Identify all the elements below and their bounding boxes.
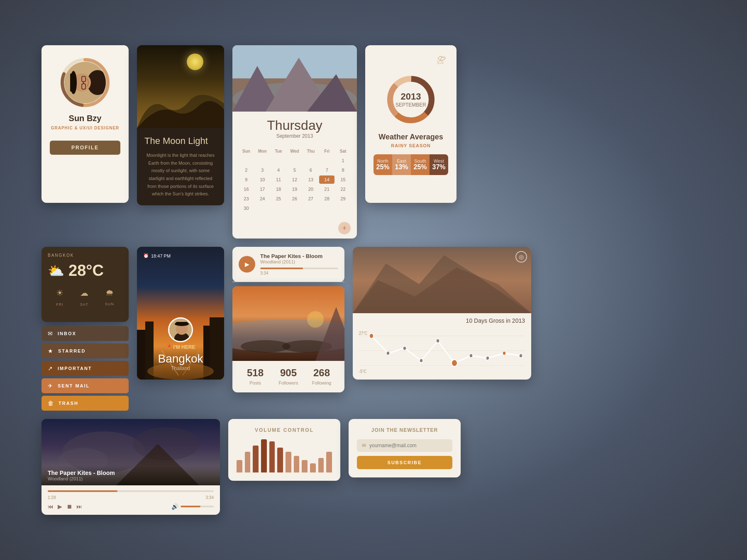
following-count: 268 [305,367,338,379]
email-input[interactable] [369,443,447,448]
important-item[interactable]: ↗ IMPORTANT [42,361,129,376]
current-time: 1:28 [48,495,56,500]
vol-bar-1[interactable] [237,460,242,472]
calendar-image [232,45,357,112]
svg-point-58 [503,351,506,355]
donut-year: 2013 [395,91,426,102]
music-player-mini: ▶ The Paper Kites - Bloom Woodland (2011… [232,247,344,282]
volume-row: 🔊 [171,503,214,510]
cal-header-tue: Tue [271,147,286,155]
stat-south: South 25% [411,154,430,175]
weather-days: ☀ FRI ☁ SAT 🌧 SUN [48,288,122,307]
svg-point-40 [307,311,324,328]
posts-count: 518 [239,367,272,379]
important-icon: ↗ [48,365,53,372]
svg-text:27°C: 27°C [359,331,367,336]
starred-item[interactable]: ★ STARRED [42,343,129,358]
location-avatar [168,317,193,342]
vol-bar-11[interactable] [318,458,324,472]
volume-icon: 🔊 [171,503,178,510]
weather-rain-icon: ⛅ [48,263,64,279]
vol-bar-12[interactable] [326,452,332,472]
trash-item[interactable]: 🗑 TRASH [42,396,129,411]
play-pause-button[interactable]: ▶ [58,503,62,510]
following-stat: 268 Following [305,367,338,386]
cal-header-sun: Sun [239,147,254,155]
inbox-item[interactable]: ✉ INBOX [42,326,129,341]
followers-stat: 905 Followers [272,367,305,386]
svg-rect-7 [70,73,75,92]
moonlight-title: The Moon Light [144,136,217,146]
add-event-button[interactable]: + [338,222,351,234]
cal-header-mon: Mon [255,147,270,155]
calendar-card: Thursday September 2013 Sun Mon Tue Wed … [232,45,357,239]
profile-card: Sun Bzy GRAPHIC & UX/UI DESIGNER PROFILE [42,45,129,203]
play-button[interactable]: ▶ [239,256,255,273]
donut-label: 2013 SEPTEMBER [395,91,426,108]
weather-stats-card: ⛈ 2013 SEPTEMBER [365,45,456,203]
rewind-button[interactable]: ⏮ [48,503,54,510]
stat-north: North 25% [374,154,392,175]
video-control-buttons: ⏮ ▶ ⏹ ⏭ 🔊 [48,503,214,510]
player-time: 3:34 [260,271,338,275]
im-here-label: 📍 I'M HERE [166,344,195,350]
vol-bar-6[interactable] [277,448,283,472]
calendar-grid: Sun Mon Tue Wed Thu Fri Sat 1 2345678 91… [232,145,357,220]
volume-bar[interactable] [181,506,214,507]
volume-title: VOLUME CONTROL [237,427,332,433]
video-progress-bar[interactable] [48,490,214,492]
svg-rect-35 [176,322,188,325]
video-player: The Paper Kites - Bloom Woodland (2011) … [42,419,220,515]
followers-count: 905 [272,367,305,379]
cal-header-wed: Wed [287,147,303,155]
rainy-season-label: RAINY SEASON [391,143,431,148]
avatar [64,62,106,103]
cal-header-sat: Sat [335,147,351,155]
playback-controls: ⏮ ▶ ⏹ ⏭ [48,503,82,510]
video-track-name: The Paper Kites - Bloom [48,470,214,476]
volume-control-card: VOLUME CONTROL [228,419,340,481]
player-progress-fill [260,268,303,269]
profile-button[interactable]: PROFILE [50,141,120,155]
social-card: 518 Posts 905 Followers 268 Following [232,286,344,392]
following-label: Following [312,380,331,385]
svg-text:⛈: ⛈ [437,55,446,66]
vol-bar-10[interactable] [310,463,316,472]
posts-label: Posts [249,380,261,385]
followers-label: Followers [278,380,298,385]
calendar-month-year: September 2013 [239,133,351,139]
video-controls: 1:28 3:34 ⏮ ▶ ⏹ ⏭ 🔊 [42,485,220,515]
vol-bar-8[interactable] [294,456,300,472]
temperature: 28°C [68,262,104,280]
line-chart-card: ◎ 10 Days Gross in 2013 27°C -5°C [353,247,531,380]
inbox-icon: ✉ [48,330,53,337]
player-progress-bar[interactable] [260,268,338,269]
city-label: BANGKOK [48,253,122,258]
stop-button[interactable]: ⏹ [66,503,72,510]
total-time: 3:34 [206,495,214,500]
volume-bars [237,439,332,472]
vol-bar-5[interactable] [269,441,275,472]
video-progress-fill [48,490,117,492]
location-info: 📍 I'M HERE Bangkok Thailand [137,317,224,371]
moonlight-card: The Moon Light Moonlight is the light th… [137,45,224,205]
moonlight-image [137,45,224,128]
star-icon: ★ [48,348,53,354]
vol-bar-2[interactable] [245,452,251,472]
sent-item[interactable]: ✈ SENT MAIL [42,378,129,393]
vol-bar-3[interactable] [253,446,259,472]
donut-month: SEPTEMBER [395,102,426,108]
subscribe-button[interactable]: SUBSCRIBE [357,456,452,469]
svg-point-51 [386,351,390,355]
stat-west: West 37% [430,154,448,175]
volume-fill [181,506,200,507]
video-album: Woodland (2011) [48,476,214,481]
profile-ring [60,58,110,107]
fast-forward-button[interactable]: ⏭ [76,503,82,510]
day-fri: ☀ FRI [56,288,63,307]
svg-point-53 [420,359,423,363]
vol-bar-9[interactable] [302,460,308,472]
day-sat: ☁ SAT [80,288,88,307]
vol-bar-4[interactable] [261,439,267,472]
vol-bar-7[interactable] [286,452,291,472]
